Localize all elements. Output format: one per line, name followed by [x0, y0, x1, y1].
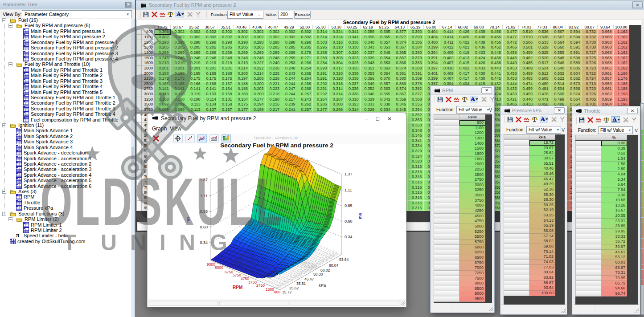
svg-text:15.72: 15.72 [282, 290, 292, 294]
svg-text:0.34: 0.34 [345, 235, 353, 239]
svg-text:93.64: 93.64 [339, 257, 349, 262]
svg-text:0.60: 0.60 [345, 219, 353, 224]
svg-text:1.37: 1.37 [345, 172, 353, 176]
svg-text:9000: 9000 [207, 262, 215, 267]
svg-text:TunerPro - Version 5.00: TunerPro - Version 5.00 [254, 135, 299, 140]
svg-text:0.34: 0.34 [200, 240, 208, 245]
svg-text:800: 800 [274, 290, 280, 294]
svg-text:80.04: 80.04 [329, 263, 339, 268]
svg-text:Secondary Fuel by RPM and pres: Secondary Fuel by RPM and pressure 2 [220, 142, 333, 149]
svg-text:A: A [177, 12, 180, 16]
svg-text:35.51: 35.51 [296, 281, 306, 286]
svg-text:0.60: 0.60 [200, 225, 208, 229]
svg-text:5750: 5750 [233, 273, 241, 277]
svg-text:A: A [613, 118, 615, 122]
svg-text:ms: ms [185, 216, 190, 223]
svg-text:2750: 2750 [256, 283, 265, 288]
svg-text:0.85: 0.85 [200, 209, 208, 214]
svg-text:ms: ms [357, 213, 362, 219]
svg-text:1.11: 1.11 [345, 188, 352, 192]
svg-text:1.37: 1.37 [200, 178, 208, 182]
svg-text:0.85: 0.85 [345, 203, 353, 208]
svg-text:8000: 8000 [215, 265, 223, 270]
svg-text:3750: 3750 [248, 280, 257, 284]
svg-text:1600: 1600 [266, 287, 274, 292]
svg-text:A: A [471, 98, 474, 102]
svg-text:6750: 6750 [225, 270, 233, 274]
svg-text:A: A [541, 118, 544, 122]
svg-text:58.30: 58.30 [313, 272, 323, 276]
svg-text:46.47: 46.47 [304, 277, 314, 281]
svg-text:25.62: 25.62 [289, 286, 299, 290]
svg-text:68.02: 68.02 [320, 268, 330, 272]
svg-text:1.11: 1.11 [200, 194, 208, 198]
svg-text:kPa: kPa [319, 283, 326, 288]
svg-text:RPM: RPM [233, 285, 242, 290]
